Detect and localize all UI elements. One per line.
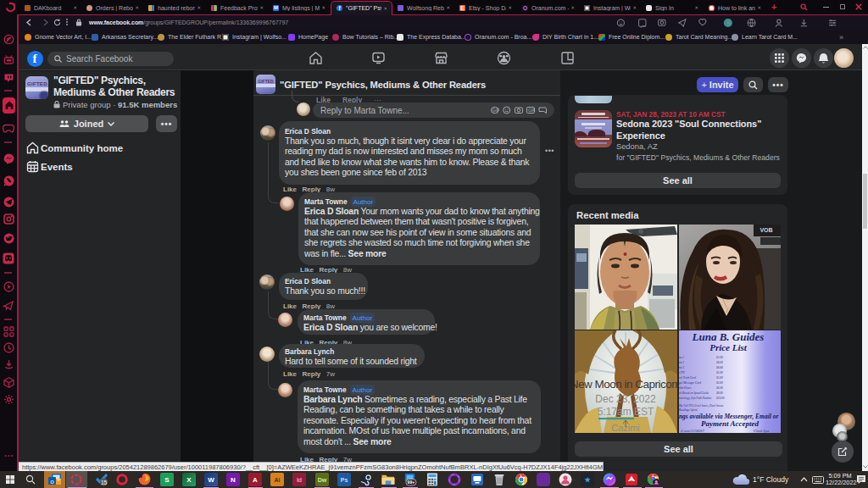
svg-text:gel Messages Card: gel Messages Card [679,381,701,385]
svg-text:Clash Lya: Clash Lya [754,429,770,433]
svg-text:$4.00: $4.00 [716,361,723,364]
svg-text:GIF: GIF [528,108,535,113]
svg-text:d com/1234567: d com/1234567 [681,429,705,433]
svg-text:VOB: VOB [760,227,772,233]
svg-text:Dec 23, 2022: Dec 23, 2022 [595,393,656,405]
svg-text:na 1: na 1 [679,356,684,359]
svg-text:$5.00: $5.00 [716,381,723,385]
svg-text:New Moon in Capricorn: New Moon in Capricorn [575,378,677,391]
svg-text:$6.00: $6.00 [716,386,723,390]
svg-text:99+: 99+ [408,480,415,485]
svg-text:Price List: Price List [709,342,748,352]
svg-text:a: a [726,19,730,25]
svg-text:GIF: GIF [492,108,499,113]
svg-text:rit Based on Speed Guide: rit Based on Speed Guide [679,391,709,395]
svg-text:$5.00: $5.00 [716,371,723,374]
svg-text:na 3: na 3 [679,366,684,369]
svg-text:s/TN: s/TN [679,371,685,374]
svg-text:$3.00: $3.00 [716,356,723,359]
svg-text:Payment Accepted: Payment Accepted [701,419,759,428]
svg-text:o: o [50,478,54,485]
svg-text:na 2: na 2 [679,361,684,364]
svg-text:Cazimi: Cazimi [611,423,640,433]
svg-text:5:17am EST: 5:17am EST [598,406,654,418]
svg-text:ral Truth Card: ral Truth Card [679,376,696,380]
svg-text:15: 15 [101,480,108,485]
svg-text:$10.00: $10.00 [716,396,725,400]
svg-text:$5.00: $5.00 [716,376,723,380]
svg-text:thin Hours: thin Hours [679,386,692,390]
svg-text:$8.00: $8.00 [716,391,723,395]
svg-text:$4.44: $4.44 [716,366,723,369]
svg-text:Readings Spiral: Readings Spiral [679,408,698,412]
svg-text:Luna B. Guides: Luna B. Guides [692,330,765,343]
